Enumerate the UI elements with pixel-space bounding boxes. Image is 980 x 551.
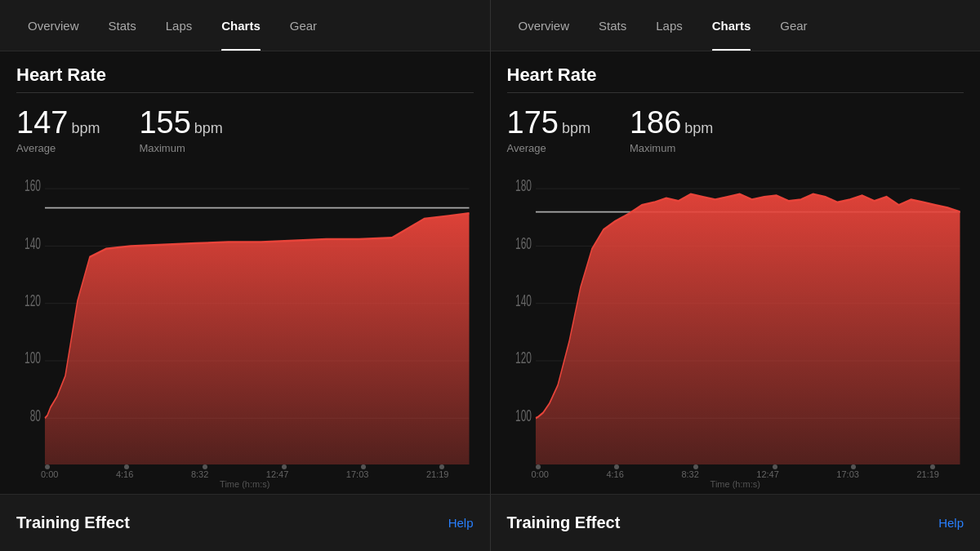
right-footer: Training Effect Help [490, 494, 981, 551]
tab-charts-left[interactable]: Charts [207, 0, 275, 51]
left-footer-help[interactable]: Help [448, 516, 474, 530]
right-time-axis: 0:00 4:16 8:32 12:47 17:03 21:19 [507, 469, 964, 479]
svg-text:140: 140 [514, 291, 531, 310]
tab-stats-left[interactable]: Stats [94, 0, 151, 51]
right-maximum-stat: 186bpm Maximum [630, 106, 713, 154]
tab-laps-left[interactable]: Laps [151, 0, 207, 51]
svg-text:100: 100 [24, 349, 41, 367]
left-maximum-stat: 155bpm Maximum [139, 106, 222, 154]
right-maximum-label: Maximum [630, 142, 713, 154]
right-panel: Overview Stats Laps Charts Gear Heart Ra… [490, 0, 981, 494]
left-average-value: 147bpm [16, 106, 100, 140]
right-footer-title: Training Effect [507, 513, 621, 532]
left-average-label: Average [16, 142, 100, 154]
bottom-row: Training Effect Help Training Effect Hel… [0, 494, 980, 551]
tab-overview-right[interactable]: Overview [504, 0, 585, 51]
svg-text:80: 80 [30, 406, 41, 424]
right-time-label: Time (h:m:s) [507, 479, 964, 494]
tab-gear-left[interactable]: Gear [275, 0, 332, 51]
left-time-label: Time (h:m:s) [16, 479, 474, 494]
tab-stats-right[interactable]: Stats [584, 0, 641, 51]
svg-text:100: 100 [514, 406, 531, 424]
svg-text:160: 160 [514, 233, 531, 252]
right-footer-help[interactable]: Help [938, 516, 964, 530]
left-nav: Overview Stats Laps Charts Gear [0, 0, 490, 51]
tab-overview-left[interactable]: Overview [13, 0, 94, 51]
left-footer: Training Effect Help [0, 494, 490, 551]
svg-text:120: 120 [24, 291, 41, 310]
left-footer-title: Training Effect [16, 513, 130, 532]
svg-text:160: 160 [24, 176, 41, 195]
right-divider [507, 92, 964, 93]
left-time-axis: 0:00 4:16 8:32 12:47 17:03 21:19 [16, 469, 474, 479]
svg-text:180: 180 [514, 176, 531, 195]
left-average-stat: 147bpm Average [16, 106, 100, 154]
right-content: Heart Rate 175bpm Average 186bpm Maximum [491, 51, 981, 494]
right-section-title: Heart Rate [507, 64, 964, 86]
right-average-value: 175bpm [507, 106, 590, 140]
svg-text:140: 140 [24, 233, 41, 252]
right-average-stat: 175bpm Average [507, 106, 590, 154]
left-chart: 160 140 120 100 80 [16, 164, 474, 464]
right-nav: Overview Stats Laps Charts Gear [491, 0, 981, 51]
left-section-title: Heart Rate [16, 64, 474, 86]
tab-gear-right[interactable]: Gear [765, 0, 822, 51]
svg-text:120: 120 [514, 349, 531, 367]
left-content: Heart Rate 147bpm Average 155bpm Maximum [0, 51, 490, 494]
left-maximum-value: 155bpm [139, 106, 222, 140]
left-stats-row: 147bpm Average 155bpm Maximum [16, 106, 474, 154]
left-divider [16, 92, 474, 93]
left-panel: Overview Stats Laps Charts Gear Heart Ra… [0, 0, 490, 494]
tab-charts-right[interactable]: Charts [697, 0, 766, 51]
right-average-label: Average [507, 142, 590, 154]
right-stats-row: 175bpm Average 186bpm Maximum [507, 106, 964, 154]
right-maximum-value: 186bpm [630, 106, 713, 140]
left-maximum-label: Maximum [139, 142, 222, 154]
tab-laps-right[interactable]: Laps [641, 0, 697, 51]
right-chart: 180 160 140 120 100 [507, 164, 964, 464]
